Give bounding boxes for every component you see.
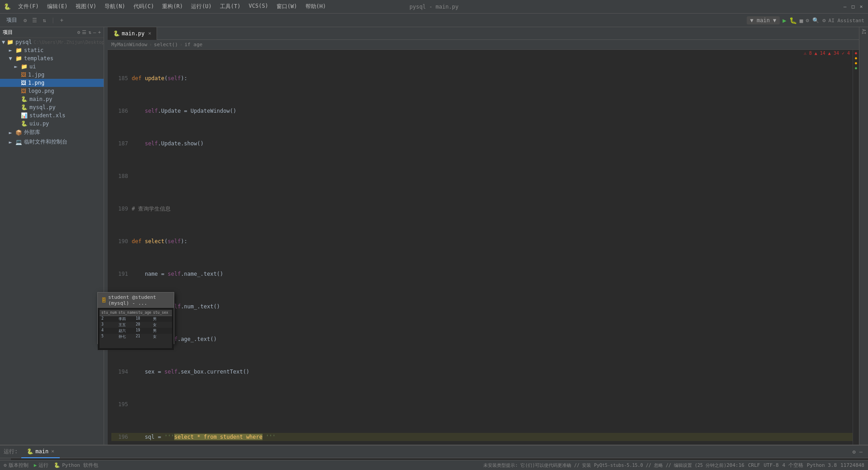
tree-studentxls-file[interactable]: 📊 student.xls: [0, 111, 104, 120]
menu-nav[interactable]: 导航(N): [101, 2, 129, 11]
terminal-gear-icon[interactable]: ⚙: [851, 449, 858, 455]
tree-1jpg-file[interactable]: 🖼 1.jpg: [0, 71, 104, 79]
tree-static-folder[interactable]: ► 📁 static: [0, 46, 104, 54]
ext-chevron-right-icon: ►: [7, 129, 14, 136]
breadcrumb: MyMainWindow › select() › if age: [108, 40, 859, 50]
code-line-187: 187 self.Update.show(): [111, 139, 853, 148]
code-editor[interactable]: 185 def update(self): 186 self.Update = …: [108, 50, 859, 445]
sidebar-menu-icon[interactable]: ☰: [82, 29, 86, 35]
line-endings: CRLF: [748, 462, 760, 468]
tree-templates-label: templates: [24, 55, 53, 62]
breadcrumb-sep-1: ›: [149, 42, 152, 48]
run-button[interactable]: ▶: [782, 17, 786, 24]
menu-file[interactable]: 文件(F): [14, 2, 43, 11]
ai-assistant-btn[interactable]: AI Assistant: [829, 18, 864, 24]
editor-left-strip: [104, 27, 108, 445]
tree-logopng-label: logo.png: [28, 88, 54, 94]
templates-folder-icon: 📁: [15, 55, 22, 62]
sidebar-sort-icon[interactable]: ⇅: [88, 29, 91, 35]
main-run-config[interactable]: ▼ main ▼: [750, 17, 777, 24]
menu-view[interactable]: 视图(V): [72, 2, 100, 11]
menu-edit[interactable]: 编辑(E): [43, 2, 72, 11]
code-line-189: 189 # 查询学生信息: [111, 205, 853, 213]
menu-window[interactable]: 窗口(W): [273, 2, 301, 11]
run-status-label: 运行: [38, 462, 48, 469]
close-button[interactable]: ✕: [858, 4, 864, 10]
window-controls: — □ ✕: [842, 4, 864, 10]
tab-close-icon[interactable]: ✕: [148, 30, 152, 36]
tree-mysqlpy-label: mysql.py: [29, 104, 56, 110]
maximize-button[interactable]: □: [850, 4, 856, 10]
menu-refactor[interactable]: 重构(R): [158, 2, 186, 11]
run-tab-main[interactable]: 🐍 main ✕: [21, 446, 60, 458]
menu-tools[interactable]: 工具(T): [216, 2, 244, 11]
tree-uiupy-file[interactable]: 🐍 uiu.py: [0, 120, 104, 128]
toolbar-icon-1[interactable]: ⚙: [22, 16, 29, 24]
toolbar-icon-2[interactable]: ☰: [30, 16, 39, 24]
title-bar: 🐍 文件(F) 编辑(E) 视图(V) 导航(N) 代码(C) 重构(R) 运行…: [0, 0, 868, 14]
tree-logopng-file[interactable]: 🖼 logo.png: [0, 87, 104, 95]
stop-button[interactable]: ■: [800, 17, 803, 24]
python-status-icon[interactable]: 🐍: [54, 462, 60, 468]
toolbar-icon-4[interactable]: +: [58, 16, 65, 24]
tree-root-pysql[interactable]: ▼ 📁 pysql C:\Users\Mr.Zhijun\Desktop\pys…: [0, 38, 104, 46]
code-line-194: 194 sex = self.sex_box.currentText(): [111, 368, 853, 376]
tree-templates-folder[interactable]: ▼ 📁 templates: [0, 54, 104, 62]
tree-temp-console[interactable]: ► 💻 临时文件和控制台: [0, 137, 104, 147]
tree-root-path: C:\Users\Mr.Zhijun\Desktop\pysc: [33, 40, 104, 45]
editor-scrollbar[interactable]: ● ● ● ● ⚠ 8 ▲ 14 ▲ 34 ✓ 4: [853, 50, 859, 445]
code-line-188: 188: [111, 172, 853, 180]
editor-tabs: 🐍 main.py ✕: [108, 27, 859, 40]
run-tab-close[interactable]: ✕: [51, 448, 54, 454]
line-count-label: 11724848: [840, 462, 864, 468]
sidebar-gear2-icon[interactable]: +: [98, 29, 101, 35]
tree-1png-label: 1.png: [28, 80, 44, 86]
minimize-button[interactable]: —: [842, 4, 848, 10]
right-sidebar: AI: [859, 27, 868, 445]
ui-folder-icon: 📁: [21, 63, 28, 70]
mysql-preview-popup[interactable]: 🗄 student @student (mysql) - ... stu_num…: [97, 292, 174, 344]
tab-main-py[interactable]: 🐍 main.py ✕: [108, 27, 157, 40]
tree-mainpy-file[interactable]: 🐍 main.py: [0, 95, 104, 103]
xls-icon: 📊: [21, 112, 28, 119]
menu-vcs[interactable]: VCS(S): [245, 2, 272, 11]
project-label: 项目: [4, 15, 20, 25]
debug-button[interactable]: 🐛: [789, 17, 797, 24]
sidebar-minus-icon[interactable]: —: [93, 29, 96, 35]
run-label: 运行:: [4, 448, 18, 456]
toolbar-icon-3[interactable]: ⇅: [41, 16, 48, 24]
menu-help[interactable]: 帮助(H): [302, 2, 330, 11]
sidebar-gear-icon[interactable]: ⚙: [77, 29, 81, 35]
version-control-icon[interactable]: ⚙: [4, 462, 7, 468]
run-status-icon[interactable]: ▶: [34, 462, 37, 468]
project-sidebar: 项目 ⚙ ☰ ⇅ — + ▼ 📁 pysql C:\Users\Mr.Zhiju…: [0, 27, 104, 445]
preview-body: stu_num stu_name stu_age stu_sex 2李四18男 …: [98, 308, 174, 350]
menu-bar[interactable]: 文件(F) 编辑(E) 视图(V) 导航(N) 代码(C) 重构(R) 运行(U…: [14, 2, 329, 11]
right-panel-icon-1[interactable]: AI: [861, 29, 866, 34]
cursor-position: 204:16: [726, 462, 744, 468]
editor-status-badges: ⚠ 8 ▲ 14 ▲ 34 ✓ 4: [804, 51, 850, 56]
tree-temp-label: 临时文件和控制台: [24, 138, 67, 146]
preview-row-3: 4赵六19男: [100, 328, 172, 334]
tree-1jpg-label: 1.jpg: [28, 72, 44, 78]
tree-mysqlpy-file[interactable]: 🐍 mysql.py: [0, 103, 104, 111]
temp-console-icon: 💻: [15, 139, 22, 145]
breadcrumb-sep-2: ›: [180, 42, 183, 48]
tree-ui-folder[interactable]: ► 📁 ui: [0, 62, 104, 71]
breadcrumb-item-2: select(): [154, 42, 178, 48]
tree-ui-label: ui: [29, 63, 36, 70]
menu-run[interactable]: 运行(U): [187, 2, 215, 11]
main-layout: 项目 ⚙ ☰ ⇅ — + ▼ 📁 pysql C:\Users\Mr.Zhiju…: [0, 27, 868, 445]
preview-row-4: 5孙七21女: [100, 334, 172, 340]
terminal-minimize-icon[interactable]: —: [858, 449, 864, 455]
code-line-185: 185 def update(self):: [111, 74, 853, 82]
static-folder-icon: 📁: [15, 47, 22, 53]
tree-external-lib[interactable]: ► 📦 外部库: [0, 128, 104, 137]
mysql-icon: 🗄: [101, 297, 106, 303]
status-warning-msg: 未安装类型提示: 它(们)可以使代码更准确 // 安装 PyQt5-stubs-…: [483, 462, 726, 469]
menu-code[interactable]: 代码(C): [130, 2, 158, 11]
tree-ext-lib-label: 外部库: [24, 129, 40, 136]
tree-1png-file[interactable]: 🖼 1.png: [0, 79, 104, 87]
preview-screenshot: stu_num stu_name stu_age stu_sex 2李四18男 …: [100, 310, 172, 348]
bottom-tabs: 运行: 🐍 main ✕ ⚙ —: [0, 446, 868, 458]
